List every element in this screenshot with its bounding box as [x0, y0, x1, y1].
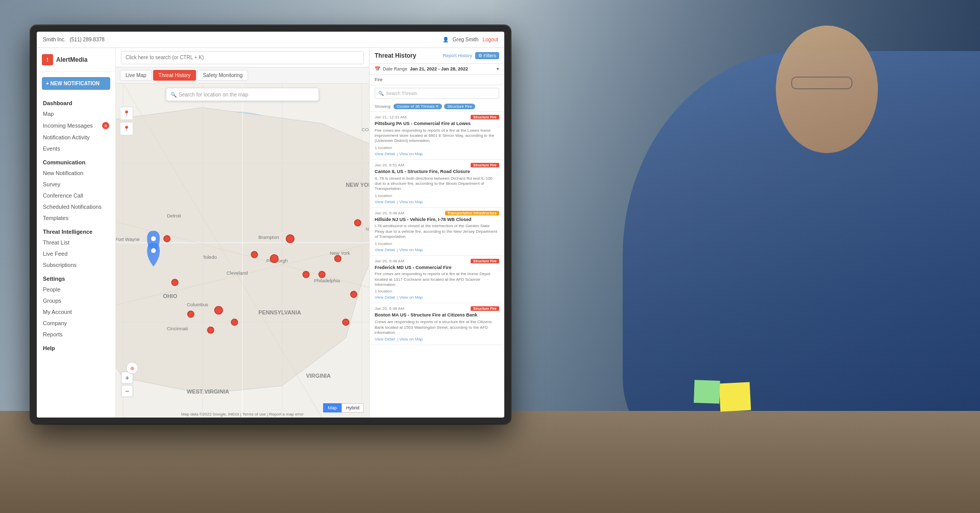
svg-text:PENNSYLVANIA: PENNSYLVANIA	[258, 309, 301, 315]
threat-2-header: Jan 20, 6:51 AM Structure Fire	[375, 163, 499, 167]
threat-1-view-on-map[interactable]: | View on Map	[397, 152, 423, 156]
threat-2-footer: 1 location	[375, 193, 499, 198]
nav-section-threat-intelligence: Threat Intelligence	[37, 224, 115, 237]
phone-number: (511) 289-8378	[69, 37, 104, 42]
threat-panel-actions: Report History ⚙ Filters	[443, 52, 499, 59]
svg-point-38	[271, 255, 279, 263]
map-search-input[interactable]	[121, 51, 364, 64]
threat-item-3[interactable]: Jan 20, 6:48 AM Transportation Infrastru…	[370, 208, 504, 256]
sidebar-item-events[interactable]: Events	[37, 143, 115, 154]
tab-threat-history[interactable]: Threat History	[153, 70, 197, 81]
svg-text:NEW JERSEY: NEW JERSEY	[365, 227, 369, 232]
sidebar-item-subscriptions[interactable]: Subscriptions	[37, 259, 115, 271]
threat-item-5[interactable]: Jan 20, 6:48 AM Structure Fire Boston MA…	[370, 303, 504, 345]
threat-item-2[interactable]: Jan 20, 6:51 AM Structure Fire Canton IL…	[370, 160, 504, 208]
threat-5-desc: Crews are responding to reports of a str…	[375, 320, 499, 335]
new-notification-button[interactable]: + NEW NOTIFICATION	[42, 77, 110, 90]
map-tabs: Live Map Threat History Safety Monitorin…	[116, 67, 369, 84]
threat-2-view-on-map[interactable]: | View on Map	[397, 200, 423, 204]
svg-text:CONN.: CONN.	[362, 127, 369, 132]
sidebar-item-company[interactable]: Company	[37, 317, 115, 329]
threat-4-time: Jan 20, 6:48 AM	[375, 259, 404, 263]
threat-2-badge: Structure Fire	[471, 163, 499, 167]
svg-point-45	[207, 327, 213, 333]
map-type-map[interactable]: Map	[323, 403, 341, 412]
sidebar-item-people[interactable]: People	[37, 284, 115, 295]
threat-4-view-on-map[interactable]: | View on Map	[397, 295, 423, 300]
threat-item-4[interactable]: Jan 20, 6:48 AM Structure Fire Frederick…	[370, 256, 504, 304]
sidebar-item-incoming-messages[interactable]: Incoming Messages 8	[37, 119, 115, 132]
sidebar-item-templates[interactable]: Templates	[37, 212, 115, 224]
search-threats-icon: 🔍	[378, 91, 384, 96]
sidebar-item-live-feed[interactable]: Live Feed	[37, 248, 115, 259]
threat-3-view-detail[interactable]: View Detail	[375, 248, 395, 252]
svg-point-49	[164, 235, 170, 241]
svg-point-41	[286, 235, 295, 243]
svg-point-44	[188, 311, 194, 317]
tab-safety-monitoring[interactable]: Safety Monitoring	[197, 70, 248, 81]
search-threats-placeholder: Search Threats	[386, 91, 417, 96]
sidebar-item-my-account[interactable]: My Account	[37, 306, 115, 317]
map-canvas: Detroit Toledo Cleveland Pittsburgh Colu…	[116, 84, 369, 418]
threat-item-1[interactable]: Jan 21, 12:31 AM Structure Fire Pittsbur…	[370, 112, 504, 160]
svg-point-58	[342, 319, 349, 325]
zoom-out-button[interactable]: −	[121, 385, 133, 397]
sidebar-item-reports[interactable]: Reports	[37, 329, 115, 340]
map-compass: ⊕	[126, 362, 138, 374]
showing-label: Showing:	[375, 104, 391, 109]
threat-1-actions: View Detail | View on Map	[375, 152, 499, 156]
sidebar-item-survey[interactable]: Survey	[37, 179, 115, 190]
report-history-link[interactable]: Report History	[443, 53, 472, 58]
filter-button[interactable]: ⚙ Filters	[475, 52, 499, 59]
logout-link[interactable]: Logout	[482, 37, 498, 42]
nav-section-dashboard: Dashboard	[37, 95, 115, 108]
sidebar-item-notification-activity[interactable]: Notification Activity	[37, 132, 115, 143]
sidebar-item-groups[interactable]: Groups	[37, 295, 115, 306]
my-location-button-2[interactable]: 📍	[120, 122, 133, 135]
threat-1-view-detail[interactable]: View Detail	[375, 152, 395, 156]
cluster-tag-remove[interactable]: ✕	[435, 104, 439, 109]
threat-4-footer: 1 location	[375, 289, 499, 294]
tab-live-map[interactable]: Live Map	[120, 70, 152, 81]
svg-point-53	[355, 219, 361, 226]
nav-section-help: Help	[37, 340, 115, 353]
threat-2-view-detail[interactable]: View Detail	[375, 200, 395, 204]
threat-1-locations: 1 location	[375, 145, 392, 150]
svg-point-50	[351, 291, 357, 297]
svg-point-43	[318, 271, 325, 277]
sidebar-item-scheduled-notifications[interactable]: Scheduled Notifications	[37, 201, 115, 212]
top-bar-right: 👤 Greg Smith Logout	[443, 37, 498, 42]
user-icon: 👤	[443, 37, 449, 42]
svg-text:Philadelphia: Philadelphia	[314, 278, 340, 283]
sidebar-item-map[interactable]: Map	[37, 108, 115, 119]
map-location-search[interactable]: 🔍 Search for location on the map	[166, 88, 319, 101]
threat-3-view-on-map[interactable]: | View on Map	[397, 248, 423, 252]
monitor-screen: Smith Inc. (511) 289-8378 👤 Greg Smith L…	[37, 32, 504, 418]
sidebar-item-threat-list[interactable]: Threat List	[37, 237, 115, 248]
my-location-button-1[interactable]: 📍	[120, 107, 133, 120]
user-name: Greg Smith	[453, 37, 479, 42]
search-threats-input[interactable]: 🔍 Search Threats	[375, 88, 499, 99]
threat-panel-title: Threat History	[375, 52, 416, 59]
sidebar: ! AlertMedia + NEW NOTIFICATION Dashboar…	[37, 48, 116, 418]
fire-filter-bar: Fire	[370, 75, 504, 85]
fire-filter-label: Fire	[375, 77, 383, 82]
svg-text:WEST VIRGINIA: WEST VIRGINIA	[187, 388, 229, 395]
incoming-messages-badge: 8	[102, 122, 109, 129]
main-content: ! AlertMedia + NEW NOTIFICATION Dashboar…	[37, 48, 504, 418]
threat-5-view-detail[interactable]: View Detail	[375, 337, 395, 341]
sidebar-item-new-notification[interactable]: New Notification	[37, 167, 115, 179]
map-background: Detroit Toledo Cleveland Pittsburgh Colu…	[116, 84, 369, 418]
map-type-hybrid[interactable]: Hybrid	[341, 403, 364, 412]
threat-3-footer: 1 location	[375, 241, 499, 246]
sidebar-item-conference-call[interactable]: Conference Call	[37, 190, 115, 201]
threat-1-badge: Structure Fire	[471, 115, 499, 119]
threat-panel-header: Threat History Report History ⚙ Filters	[370, 48, 504, 64]
threat-5-view-on-map[interactable]: | View on Map	[397, 337, 423, 341]
threat-4-view-detail[interactable]: View Detail	[375, 295, 395, 300]
location-icon-2: 📍	[123, 126, 130, 132]
threat-4-title: Frederick MD US - Commercial Fire	[375, 265, 499, 271]
cluster-tag[interactable]: Cluster of 36 Threats ✕	[394, 104, 443, 109]
svg-text:VIRGINIA: VIRGINIA	[306, 373, 331, 379]
threat-5-header: Jan 20, 6:48 AM Structure Fire	[375, 306, 499, 311]
